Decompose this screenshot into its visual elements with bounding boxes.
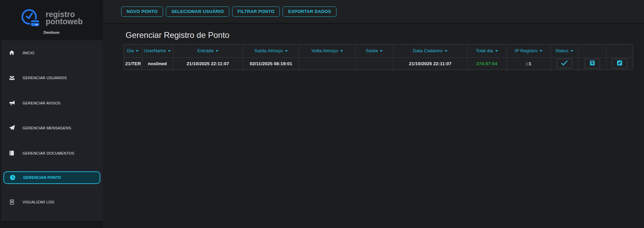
table-header-row: Dia UserName Entrada Saída Almoço Volta …	[124, 44, 633, 57]
status-ok-button[interactable]	[557, 59, 572, 68]
clock-icon	[9, 174, 16, 181]
cell-ip-registro: ::1	[506, 57, 550, 70]
sidebar-item-gerenciar-avisos[interactable]: GERENCIAR AVISOS	[1, 90, 103, 116]
cell-username: noslined	[142, 57, 173, 70]
logo-line-2: pontoweb	[46, 18, 83, 25]
sidebar: registro pontoweb Denilson INICIO GERENC…	[0, 0, 103, 228]
filtrar-ponto-button[interactable]: FILTRAR PONTO	[232, 6, 280, 17]
users-icon	[9, 75, 15, 81]
app-logo-text: registro pontoweb	[46, 11, 83, 25]
cell-volta-almoco	[299, 57, 355, 70]
exportar-dados-button[interactable]: EXPORTAR DADOS	[283, 6, 337, 17]
cell-saida	[355, 57, 393, 70]
sort-caret-icon	[540, 50, 542, 52]
page-title: Gerenciar Registro de Ponto	[126, 30, 644, 40]
action-toolbar: NOVO PONTO SELECIONAR USUÁRIO FILTRAR PO…	[103, 0, 644, 24]
col-header-status[interactable]: Status	[550, 44, 578, 57]
cell-data-cadastro: 21/10/2025 22:11:07	[393, 57, 467, 70]
main-area: NOVO PONTO SELECIONAR USUÁRIO FILTRAR PO…	[103, 0, 644, 228]
sidebar-item-label: GERENCIAR AVISOS	[23, 101, 60, 105]
cell-dia: 21/TER	[124, 57, 142, 70]
cell-entrada: 21/10/2025 22:11:07	[173, 57, 243, 70]
cell-status	[550, 57, 578, 70]
novo-ponto-button[interactable]: NOVO PONTO	[121, 6, 163, 17]
sort-caret-icon	[285, 50, 288, 52]
logo-panel: registro pontoweb Denilson	[0, 0, 103, 40]
cell-total-dia: 274:07:54	[467, 57, 506, 70]
sort-caret-icon	[571, 50, 573, 52]
sidebar-item-label: GERENCIAR PONTO	[23, 175, 61, 180]
sidebar-item-label: INICIO	[23, 51, 34, 55]
sort-caret-icon	[495, 50, 498, 52]
sort-caret-icon	[216, 50, 218, 52]
col-header-saida-almoco[interactable]: Saída Almoço	[243, 44, 299, 57]
sidebar-item-gerenciar-usuarios[interactable]: GERENCIAR USUARIOS	[1, 66, 103, 91]
edit-registro-button[interactable]	[612, 59, 627, 68]
sort-caret-icon	[340, 50, 343, 52]
col-header-ip-registro[interactable]: IP Registro	[506, 44, 550, 57]
paper-plane-icon	[9, 125, 15, 131]
col-header-entrada[interactable]: Entrada	[173, 44, 243, 57]
col-header-username[interactable]: UserName	[142, 44, 173, 57]
logged-user-name: Denilson	[44, 30, 59, 34]
sidebar-item-label: GERENCIAR MENSAGENS	[23, 126, 71, 130]
table-row: 21/TER noslined 21/10/2025 22:11:07 02/1…	[124, 57, 633, 70]
sidebar-footer	[0, 221, 103, 228]
sidebar-item-label: GERENCIAR USUARIOS	[23, 76, 67, 80]
col-header-edit-actions	[606, 44, 633, 57]
col-header-download-actions	[578, 44, 606, 57]
sort-caret-icon	[380, 50, 383, 52]
sidebar-item-label: VISUALIZAR LOG	[23, 200, 54, 204]
home-icon	[9, 49, 15, 56]
cell-saida-almoco: 02/11/2025 08:19:01	[243, 57, 299, 70]
sidebar-menu: INICIO GERENCIAR USUARIOS GERENCIAR AV	[0, 40, 103, 221]
col-header-saida[interactable]: Saída	[355, 44, 393, 57]
col-header-data-cadastro[interactable]: Data Cadastro	[393, 44, 467, 57]
sidebar-item-visualizar-log[interactable]: VISUALIZAR LOG	[1, 189, 103, 215]
sort-caret-icon	[445, 50, 447, 52]
sidebar-item-gerenciar-mensagens[interactable]: GERENCIAR MENSAGENS	[1, 116, 103, 141]
box-arrow-down-icon	[589, 60, 595, 67]
book-icon	[9, 150, 15, 156]
sidebar-item-label: GERENCIAR DOCUMENTOS	[23, 151, 74, 155]
file-text-icon	[9, 199, 15, 205]
col-header-dia[interactable]: Dia	[124, 44, 142, 57]
download-registro-button[interactable]	[584, 59, 600, 68]
sidebar-item-inicio[interactable]: INICIO	[1, 40, 103, 66]
cell-download	[578, 57, 606, 70]
app-logo: registro pontoweb	[20, 8, 83, 28]
col-header-total-dia[interactable]: Total dia	[467, 44, 506, 57]
pencil-square-icon	[617, 60, 622, 67]
sidebar-item-gerenciar-documentos[interactable]: GERENCIAR DOCUMENTOS	[1, 141, 103, 166]
ponto-table: Dia UserName Entrada Saída Almoço Volta …	[124, 44, 633, 70]
megaphone-icon	[9, 100, 15, 106]
clock-card-logo-icon	[20, 8, 42, 28]
check-icon	[561, 60, 568, 67]
selecionar-usuario-button[interactable]: SELECIONAR USUÁRIO	[166, 6, 229, 17]
col-header-volta-almoco[interactable]: Volta Almoço	[299, 44, 355, 57]
sidebar-item-gerenciar-ponto[interactable]: GERENCIAR PONTO	[3, 171, 100, 184]
sort-caret-icon	[136, 50, 139, 52]
sort-caret-icon	[168, 50, 171, 52]
cell-edit	[606, 57, 633, 70]
